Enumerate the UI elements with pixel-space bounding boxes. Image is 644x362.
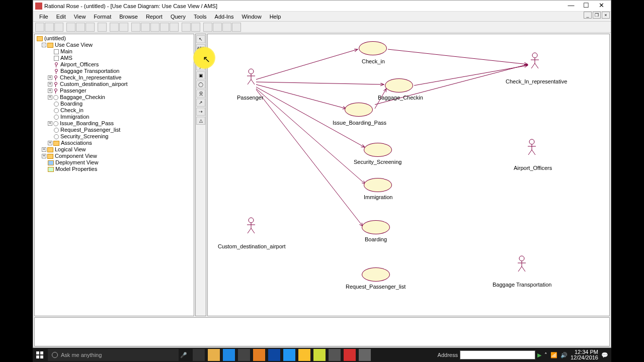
tree-baggage-trans[interactable]: Baggage Transportation xyxy=(36,68,193,74)
search-box[interactable]: Ask me anything xyxy=(48,349,179,361)
mdi-close[interactable]: × xyxy=(602,12,610,19)
model-tree[interactable]: (untitled) -Use Case View Main AMS Airpo… xyxy=(34,34,194,316)
store-icon[interactable] xyxy=(238,349,250,361)
tool-d5[interactable] xyxy=(170,23,179,32)
menu-addins[interactable]: Add-Ins xyxy=(211,13,238,21)
tree-baggage-checkin[interactable]: +Baggage_Checkin xyxy=(36,94,193,101)
menu-tools[interactable]: Tools xyxy=(190,13,211,21)
tool-open[interactable] xyxy=(45,23,54,32)
usecase-security[interactable] xyxy=(364,143,392,157)
menu-view[interactable]: View xyxy=(70,13,90,21)
menu-report[interactable]: Report xyxy=(142,13,167,21)
edge-icon[interactable] xyxy=(223,349,235,361)
palette-select[interactable]: ↖ xyxy=(196,35,205,43)
palette-usecase[interactable]: ◯ xyxy=(196,80,205,88)
close-button[interactable]: ✕ xyxy=(594,2,609,11)
tree-boarding[interactable]: Boarding xyxy=(36,101,193,107)
address-go[interactable]: ▶ xyxy=(537,352,541,358)
tree-component-view[interactable]: +Component View xyxy=(36,153,193,159)
explorer-icon[interactable] xyxy=(208,349,220,361)
usecase-immigration[interactable] xyxy=(364,178,392,192)
address-input[interactable] xyxy=(460,350,535,359)
log-panel[interactable] xyxy=(34,317,610,346)
menu-window[interactable]: Window xyxy=(238,13,266,21)
tree-immigration[interactable]: Immigration xyxy=(36,114,193,120)
taskview-icon[interactable] xyxy=(193,349,205,361)
tree-issue-boarding[interactable]: +Issue_Boarding_Pass xyxy=(36,120,193,127)
diagram-canvas[interactable]: Check_in Baggage_Checkin Issue_Boarding_… xyxy=(207,34,610,316)
tray-volume-icon[interactable]: 🔊 xyxy=(560,352,568,358)
chrome-icon[interactable] xyxy=(298,349,310,361)
minimize-button[interactable]: — xyxy=(564,2,579,11)
tree-model-props[interactable]: Model Properties xyxy=(36,166,193,172)
tool-d2[interactable] xyxy=(141,23,150,32)
tree-passenger[interactable]: +Passenger xyxy=(36,87,193,94)
tool-browse[interactable] xyxy=(119,23,128,32)
menu-help[interactable]: Help xyxy=(266,13,285,21)
tree-main[interactable]: Main xyxy=(36,48,193,55)
tool-fwd[interactable] xyxy=(191,23,200,32)
menu-format[interactable]: Format xyxy=(90,13,115,21)
ie-icon[interactable] xyxy=(268,349,280,361)
palette-actor[interactable]: 웃 xyxy=(196,89,205,98)
tool-grid[interactable] xyxy=(232,23,241,32)
tray-up-icon[interactable]: ˄ xyxy=(544,352,547,358)
tray-network-icon[interactable]: 📶 xyxy=(550,352,557,358)
tool-zoom2[interactable] xyxy=(213,23,222,32)
tool-help[interactable] xyxy=(110,23,119,32)
palette-generalize[interactable]: △ xyxy=(196,117,205,125)
tree-root[interactable]: (untitled) xyxy=(36,35,193,42)
tree-ams[interactable]: AMS xyxy=(36,55,193,61)
notifications-icon[interactable]: 💬 xyxy=(601,352,608,358)
tree-associations[interactable]: +Associations xyxy=(36,140,193,146)
tool-d4[interactable] xyxy=(160,23,169,32)
mdi-minimize[interactable]: _ xyxy=(584,12,592,19)
app4-icon[interactable] xyxy=(329,349,341,361)
palette-package[interactable]: ▣ xyxy=(196,71,205,79)
start-button[interactable] xyxy=(33,348,47,362)
tree-request-list[interactable]: Request_Passenger_list xyxy=(36,127,193,133)
usecase-issue-boarding[interactable] xyxy=(345,103,373,117)
tree-security[interactable]: Security_Screening xyxy=(36,133,193,140)
app3-icon[interactable] xyxy=(313,349,326,361)
tool-zoom1[interactable] xyxy=(203,23,212,32)
menu-edit[interactable]: Edit xyxy=(52,13,70,21)
usecase-checkin[interactable] xyxy=(359,41,387,55)
rose-icon[interactable] xyxy=(344,349,356,361)
tool-new[interactable] xyxy=(35,23,44,32)
tool-copy[interactable] xyxy=(76,23,85,32)
tree-logical-view[interactable]: +Logical View xyxy=(36,146,193,153)
tool-print[interactable] xyxy=(98,23,107,32)
label-issue-boarding: Issue_Boarding_Pass xyxy=(333,120,386,126)
app1-icon[interactable] xyxy=(253,349,265,361)
tool-cut[interactable] xyxy=(66,23,75,32)
usecase-request-list[interactable] xyxy=(362,267,390,282)
menu-query[interactable]: Query xyxy=(167,13,190,21)
menu-browse[interactable]: Browse xyxy=(115,13,142,21)
app2-icon[interactable] xyxy=(283,349,295,361)
mdi-restore[interactable]: ❐ xyxy=(593,12,601,19)
palette-assoc[interactable]: ↗ xyxy=(196,99,205,107)
clock[interactable]: 12:34 PM 12/24/2016 xyxy=(571,349,598,360)
app5-icon[interactable] xyxy=(359,349,371,361)
tool-d3[interactable] xyxy=(150,23,159,32)
mic-icon[interactable]: 🎤 xyxy=(179,352,189,358)
tree-checkin-rep[interactable]: +Check_In_representative xyxy=(36,74,193,81)
tool-paste[interactable] xyxy=(86,23,95,32)
tool-back[interactable] xyxy=(182,23,191,32)
tree-custom-dest[interactable]: +Custom_destination_airport xyxy=(36,81,193,87)
label-checkin-rep: Check_In_representative xyxy=(506,78,567,84)
palette-depend[interactable]: ⇢ xyxy=(196,108,205,116)
maximize-button[interactable]: ☐ xyxy=(579,2,594,11)
tool-save[interactable] xyxy=(54,23,63,32)
tree-deployment-view[interactable]: Deployment View xyxy=(36,159,193,166)
usecase-baggage-checkin[interactable] xyxy=(385,78,413,93)
tool-fit[interactable] xyxy=(222,23,231,32)
usecase-boarding[interactable] xyxy=(362,220,390,234)
tool-d1[interactable] xyxy=(131,23,140,32)
menu-file[interactable]: File xyxy=(35,13,52,21)
tree-usecaseview[interactable]: -Use Case View xyxy=(36,42,193,48)
tree-airport-officers[interactable]: Airport_Officers xyxy=(36,61,193,68)
titlebar: Rational Rose - (untitled) - [Use Case D… xyxy=(33,1,611,12)
tree-checkin[interactable]: Check_in xyxy=(36,107,193,114)
